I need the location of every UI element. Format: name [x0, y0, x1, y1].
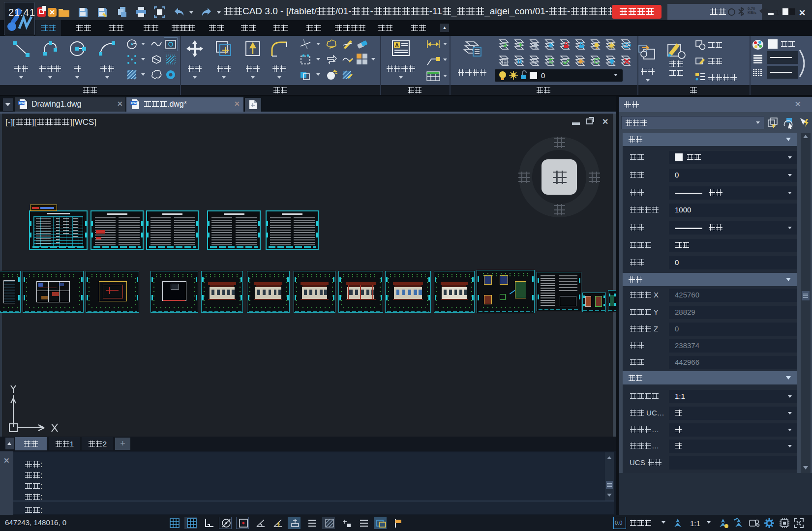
svg-text:A: A: [395, 42, 399, 48]
svg-text:DWG: DWG: [19, 101, 27, 105]
svg-text:DWG: DWG: [131, 101, 139, 105]
